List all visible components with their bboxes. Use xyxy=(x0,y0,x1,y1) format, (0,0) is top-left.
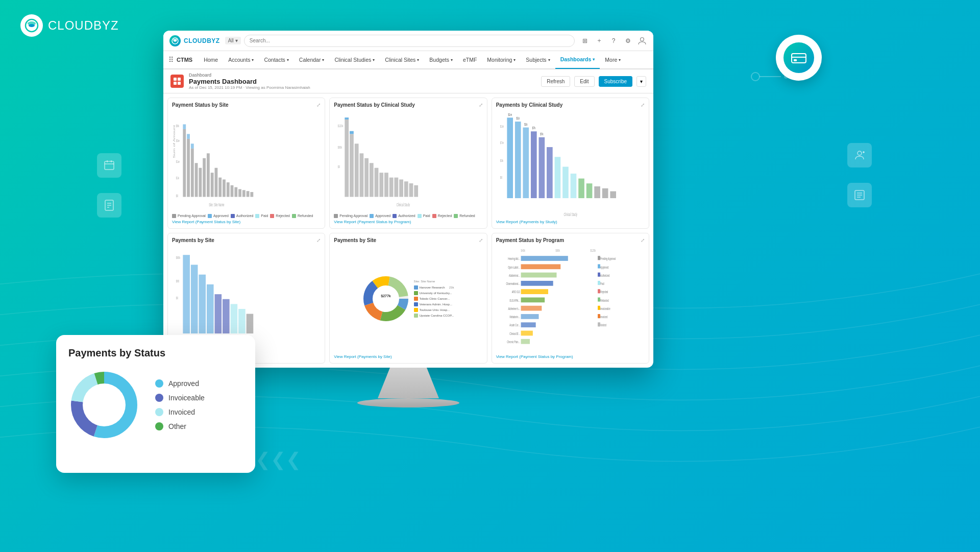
svg-text:Voided: Voided xyxy=(600,323,606,327)
svg-text:$1k: $1k xyxy=(524,122,528,126)
svg-point-133 xyxy=(373,286,399,311)
panel3-expand[interactable]: ⤢ xyxy=(641,102,645,108)
nav-accounts[interactable]: Accounts ▾ xyxy=(223,51,259,69)
panel-payment-status-by-study: Payment Status by Clinical Study ⤢ $120k… xyxy=(329,98,487,229)
nav-subjects[interactable]: Subjects ▾ xyxy=(521,51,555,69)
panel3-link[interactable]: View Report (Payments by Study) xyxy=(496,220,645,224)
svg-text:Open-Label...: Open-Label... xyxy=(508,265,520,269)
panel-payment-status-by-program: Payment Status by Program ⤢ $40k $80k $1… xyxy=(492,233,649,364)
bg-arrow-1: ❮❮❮ xyxy=(255,449,301,470)
nav-more[interactable]: More ▾ xyxy=(600,51,626,69)
nav-clinical-sites[interactable]: Clinical Sites ▾ xyxy=(380,51,424,69)
svg-text:$80k: $80k xyxy=(555,248,560,252)
svg-rect-169 xyxy=(598,289,600,293)
topbar-logo-icon xyxy=(169,35,181,46)
dashboard-title-block: Dashboard Payments Dashboard As of Dec 1… xyxy=(189,73,310,90)
nav-budgets[interactable]: Budgets ▾ xyxy=(424,51,458,69)
svg-rect-163 xyxy=(598,264,600,268)
legend-invoiced: Invoiced xyxy=(155,408,205,416)
floating-card-title: Payments by Status xyxy=(68,347,243,359)
nav-contacts[interactable]: Contacts ▾ xyxy=(259,51,293,69)
nav-monitoring[interactable]: Monitoring ▾ xyxy=(482,51,521,69)
svg-rect-34 xyxy=(183,129,186,197)
topbar-actions: ⊞ ＋ ? ⚙ xyxy=(580,36,647,46)
svg-text:$3w: $3w xyxy=(176,138,180,142)
topbar-scope[interactable]: All ▾ xyxy=(225,37,241,44)
panel4-expand[interactable]: ⤢ xyxy=(316,237,321,243)
user-icon[interactable] xyxy=(637,36,647,46)
floating-card-content: Approved Invoiceable Invoiced Other xyxy=(68,369,243,441)
svg-rect-52 xyxy=(242,190,246,197)
grid-view-icon[interactable]: ⊞ xyxy=(580,36,590,46)
svg-rect-29 xyxy=(174,78,177,81)
svg-text:$1k: $1k xyxy=(516,116,520,121)
help-icon[interactable]: ? xyxy=(608,36,619,46)
nav-home[interactable]: Home xyxy=(199,51,223,69)
main-navigation: ⠿ CTMS Home Accounts ▾ Contacts ▾ Calend… xyxy=(163,51,653,69)
svg-rect-47 xyxy=(223,179,226,197)
svg-rect-50 xyxy=(234,187,237,197)
panel4-header: Payments by Site ⤢ xyxy=(172,237,321,243)
nav-grid-icon[interactable]: ⠿ xyxy=(168,56,174,64)
nav-calendar[interactable]: Calendar ▾ xyxy=(294,51,330,69)
svg-text:Sum of Amount: Sum of Amount xyxy=(173,125,176,158)
svg-text:$7w: $7w xyxy=(500,140,503,145)
settings-icon[interactable]: ⚙ xyxy=(623,36,633,46)
svg-text:$0: $0 xyxy=(176,194,179,198)
panel6-link[interactable]: View Report (Payment Status by Program) xyxy=(496,354,645,359)
svg-rect-139 xyxy=(521,256,568,261)
svg-rect-165 xyxy=(598,272,600,276)
svg-text:Authorized: Authorized xyxy=(600,273,610,277)
nav-clinical-studies[interactable]: Clinical Studies ▾ xyxy=(329,51,380,69)
edit-button[interactable]: Edit xyxy=(574,76,594,87)
header-logo: CLOUDBYZ xyxy=(20,14,119,37)
nav-dashboards[interactable]: Dashboards ▾ xyxy=(555,51,600,69)
panel1-header: Payment Status by Site ⤢ xyxy=(172,102,321,108)
svg-text:Paid: Paid xyxy=(600,282,604,285)
svg-rect-153 xyxy=(521,314,538,319)
svg-rect-41 xyxy=(199,168,202,197)
svg-rect-65 xyxy=(345,117,349,119)
panel1-expand[interactable]: ⤢ xyxy=(316,102,321,108)
svg-rect-70 xyxy=(365,158,369,197)
scope-label: All xyxy=(228,38,234,43)
svg-rect-159 xyxy=(521,339,529,344)
panel6-title: Payment Status by Program xyxy=(496,237,564,243)
dashboard-header-right: Refresh Edit Subscribe ▾ xyxy=(541,76,646,87)
svg-rect-98 xyxy=(562,167,569,199)
svg-rect-157 xyxy=(521,330,532,335)
panel5-link[interactable]: View Report (Payments by Site) xyxy=(334,354,482,359)
dropdown-button[interactable]: ▾ xyxy=(636,76,646,87)
panel-payment-status-by-site: Payment Status by Site ⤢ Sum of Amount xyxy=(167,98,325,229)
svg-text:$1w: $1w xyxy=(176,160,180,164)
nav-etmf[interactable]: eTMF xyxy=(458,51,482,69)
add-icon[interactable]: ＋ xyxy=(594,36,604,46)
svg-rect-167 xyxy=(598,280,600,284)
panel2-link[interactable]: View Report (Payment Status by Program) xyxy=(334,220,482,224)
svg-rect-88 xyxy=(515,122,521,198)
subscribe-button[interactable]: Subscribe xyxy=(599,76,632,87)
svg-rect-31 xyxy=(174,82,177,85)
panel2-header: Payment Status by Clinical Study ⤢ xyxy=(334,102,482,108)
panel2-title: Payment Status by Clinical Study xyxy=(334,102,414,108)
svg-text:$1m: $1m xyxy=(508,112,512,116)
panel1-link[interactable]: View Report (Payment Status by Site) xyxy=(172,220,321,224)
svg-rect-161 xyxy=(598,256,600,260)
panel2-legend: Pending Approval Approved Authorized Pai… xyxy=(334,214,482,218)
svg-text:Observational...: Observational... xyxy=(506,282,520,285)
refresh-button[interactable]: Refresh xyxy=(541,76,570,87)
charts-grid: Payment Status by Site ⤢ Sum of Amount xyxy=(163,93,653,368)
other-label: Other xyxy=(168,422,186,430)
topbar-logo: CLOUDBYZ xyxy=(169,35,220,46)
svg-rect-39 xyxy=(191,143,194,148)
topbar-search-input[interactable] xyxy=(244,35,575,47)
topbar-search-area: All ▾ xyxy=(225,35,575,47)
panel6-expand[interactable]: ⤢ xyxy=(641,237,645,243)
panel5-expand[interactable]: ⤢ xyxy=(479,237,483,243)
topbar-brand: CLOUDBYZ xyxy=(184,37,220,44)
monitor-screen: CLOUDBYZ All ▾ ⊞ ＋ ? ⚙ xyxy=(163,31,653,368)
svg-text:Alzheimer's...: Alzheimer's... xyxy=(508,306,520,310)
legend-invoiceable: Invoiceable xyxy=(155,394,205,402)
panel2-expand[interactable]: ⤢ xyxy=(479,102,483,108)
svg-text:$1m: $1m xyxy=(500,124,504,128)
